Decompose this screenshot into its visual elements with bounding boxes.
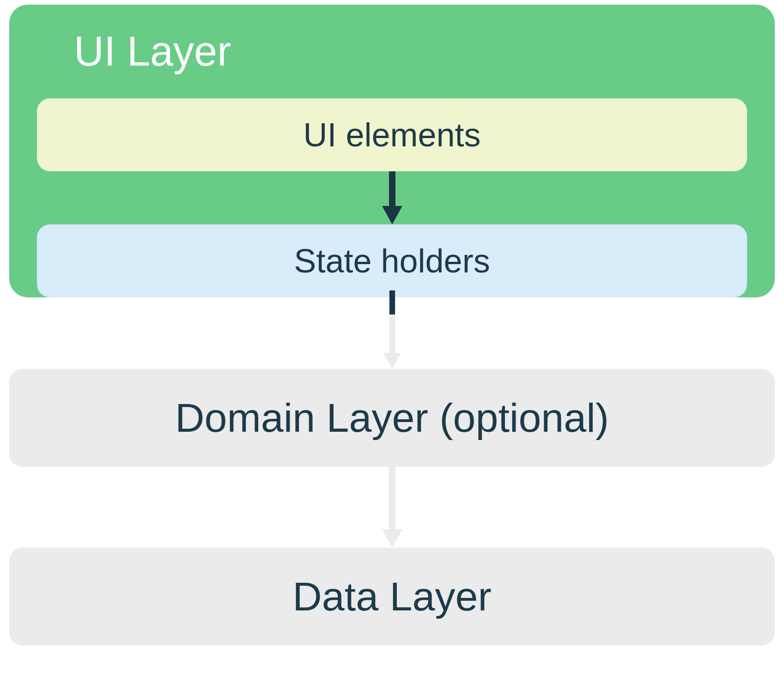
ui-layer-container: UI Layer UI elements State holders <box>9 5 775 297</box>
data-layer-box: Data Layer <box>9 548 775 646</box>
arrow-down-icon <box>378 171 406 224</box>
ui-elements-box: UI elements <box>37 98 747 171</box>
arrow-down-icon <box>378 290 406 369</box>
arrow-domain-to-data <box>9 467 775 548</box>
arrow-ui-to-state <box>37 171 747 224</box>
domain-layer-label: Domain Layer (optional) <box>175 395 609 441</box>
svg-marker-6 <box>382 529 402 548</box>
svg-marker-1 <box>382 206 402 224</box>
state-holders-label: State holders <box>294 242 490 279</box>
data-layer-label: Data Layer <box>292 573 491 619</box>
state-holders-box: State holders <box>37 224 747 297</box>
svg-marker-4 <box>383 353 401 369</box>
arrow-down-icon <box>378 467 406 548</box>
arrow-state-to-domain <box>9 290 775 369</box>
ui-elements-label: UI elements <box>303 116 480 153</box>
domain-layer-box: Domain Layer (optional) <box>9 369 775 467</box>
ui-layer-title: UI Layer <box>74 28 747 75</box>
